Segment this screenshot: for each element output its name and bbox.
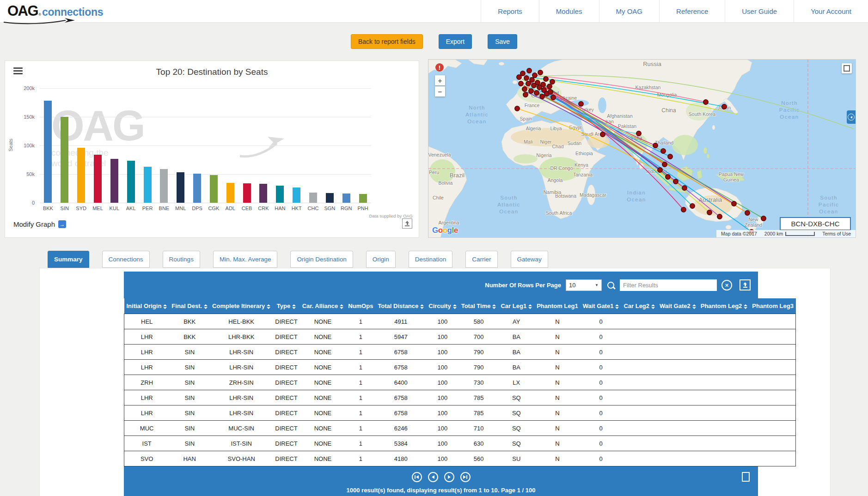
airport-marker[interactable] xyxy=(681,207,686,212)
airport-marker[interactable] xyxy=(707,210,712,215)
nav-item-modules[interactable]: Modules xyxy=(539,0,599,22)
table-row[interactable]: LHRSINLHR-SINDIRECTNONE16758100790BAN0 xyxy=(124,345,796,360)
map-zoom-out-button[interactable]: − xyxy=(435,86,445,97)
back-to-report-fields-button[interactable]: Back to report fields xyxy=(351,34,423,49)
map-error-icon[interactable]: ! xyxy=(435,63,444,72)
airport-marker[interactable] xyxy=(661,149,666,153)
map-fullscreen-button[interactable] xyxy=(842,63,852,73)
airport-marker[interactable] xyxy=(526,81,531,86)
airport-marker[interactable] xyxy=(529,89,533,93)
airport-marker[interactable] xyxy=(540,94,544,99)
oag-connections-logo[interactable]: OAG® connections xyxy=(0,4,103,18)
airport-marker[interactable] xyxy=(658,168,662,172)
column-header-final-dest[interactable]: Final Dest. xyxy=(169,298,210,314)
airport-marker[interactable] xyxy=(537,85,542,90)
previous-page-button[interactable] xyxy=(428,472,438,482)
airport-marker[interactable] xyxy=(527,68,532,73)
tab-summary[interactable]: Summary xyxy=(48,251,89,268)
column-header-wait-gate1[interactable]: Wait Gate1 xyxy=(581,298,622,314)
airport-marker[interactable] xyxy=(722,104,727,109)
column-header-circuity[interactable]: Circuity xyxy=(426,298,458,314)
tab-gateway[interactable]: Gateway xyxy=(511,251,548,268)
rows-per-page-select[interactable]: 10 ▼ xyxy=(566,279,602,291)
nav-item-my-oag[interactable]: My OAG xyxy=(599,0,660,22)
airport-marker[interactable] xyxy=(666,175,670,179)
map-zoom-in-button[interactable]: + xyxy=(435,75,445,85)
column-header-complete-itinerary[interactable]: Complete Itinerary xyxy=(210,298,273,314)
export-button[interactable]: Export xyxy=(439,34,472,49)
airport-marker[interactable] xyxy=(534,91,539,95)
table-export-icon[interactable] xyxy=(740,279,751,290)
next-page-button[interactable] xyxy=(444,472,454,482)
airport-marker[interactable] xyxy=(530,78,534,82)
airport-marker[interactable] xyxy=(550,79,555,84)
column-header-type[interactable]: Type xyxy=(273,298,300,314)
nav-item-reports[interactable]: Reports xyxy=(481,0,539,22)
airport-marker[interactable] xyxy=(532,83,536,88)
airport-marker[interactable] xyxy=(579,102,583,106)
table-row[interactable]: ZRHSINZRH-SINDIRECTNONE16400100730LXN0 xyxy=(124,375,796,390)
tab-carrier[interactable]: Carrier xyxy=(465,251,497,268)
column-header-car-leg1[interactable]: Car Leg1 xyxy=(498,298,534,314)
tab-routings[interactable]: Routings xyxy=(163,251,200,268)
airport-marker[interactable] xyxy=(520,71,525,76)
airport-marker[interactable] xyxy=(673,179,678,184)
clear-filter-icon[interactable]: × xyxy=(721,280,732,290)
airport-marker[interactable] xyxy=(690,204,695,208)
tab-min-max-average[interactable]: Min. Max. Average xyxy=(213,251,278,268)
airport-marker[interactable] xyxy=(522,87,527,91)
airport-marker[interactable] xyxy=(703,100,708,104)
table-row[interactable]: LHRSINLHR-SINDIRECTNONE16758100785SQN0 xyxy=(124,405,796,421)
column-header-total-time[interactable]: Total Time xyxy=(459,298,499,314)
nav-item-reference[interactable]: Reference xyxy=(659,0,725,22)
column-header-car-leg2[interactable]: Car Leg2 xyxy=(621,298,657,314)
airport-marker[interactable] xyxy=(717,214,722,219)
modify-graph-button[interactable]: Modify Graph → xyxy=(13,220,66,228)
airport-marker[interactable] xyxy=(544,77,548,81)
airport-marker[interactable] xyxy=(732,201,736,206)
column-header-wait-gate2[interactable]: Wait Gate2 xyxy=(657,298,698,314)
world-map[interactable]: NorthAtlanticOceanSouthAtlanticOceanIndi… xyxy=(428,60,856,238)
tab-connections[interactable]: Connections xyxy=(102,251,150,268)
airport-marker[interactable] xyxy=(745,211,750,215)
map-collapse-tab[interactable] xyxy=(847,110,856,124)
last-page-button[interactable] xyxy=(460,472,471,482)
airport-marker[interactable] xyxy=(517,75,521,79)
terms-of-use-link[interactable]: Terms of Use xyxy=(822,231,851,236)
tab-origin-destination[interactable]: Origin Destination xyxy=(290,251,353,268)
column-header-phantom-leg2[interactable]: Phantom Leg2 xyxy=(698,298,750,314)
airport-marker[interactable] xyxy=(547,84,552,89)
table-row[interactable]: HELBKKHEL-BKKDIRECTNONE14911100580AYN0 xyxy=(124,314,796,329)
tab-destination[interactable]: Destination xyxy=(409,251,453,268)
table-row[interactable]: LHRSINLHR-SINDIRECTNONE16758100790BAN0 xyxy=(124,360,796,375)
chart-export-icon[interactable] xyxy=(402,218,412,229)
airport-marker[interactable] xyxy=(515,106,520,111)
table-row[interactable]: LHRBKKLHR-BKKDIRECTNONE15947100700BAN0 xyxy=(124,329,796,345)
column-header-car-alliance[interactable]: Car. Alliance xyxy=(300,298,346,314)
airport-marker[interactable] xyxy=(653,143,658,148)
airport-marker[interactable] xyxy=(524,76,529,80)
save-button[interactable]: Save xyxy=(488,34,517,49)
airport-marker[interactable] xyxy=(682,186,687,190)
google-logo[interactable]: Google xyxy=(432,226,458,235)
table-row[interactable]: LHRSINLHR-SINDIRECTNONE16758100785SQN0 xyxy=(124,390,796,405)
column-header-total-distance[interactable]: Total Distance xyxy=(375,298,426,314)
airport-marker[interactable] xyxy=(523,92,528,97)
airport-marker[interactable] xyxy=(532,73,537,78)
airport-marker[interactable] xyxy=(668,154,672,159)
table-row[interactable]: ISTSINIST-SINDIRECTNONE15384100630SQN0 xyxy=(124,436,796,451)
nav-item-user-guide[interactable]: User Guide xyxy=(725,0,794,22)
page-document-icon[interactable] xyxy=(742,472,750,482)
airport-marker[interactable] xyxy=(519,81,523,86)
airport-marker[interactable] xyxy=(548,90,553,94)
airport-marker[interactable] xyxy=(761,216,766,221)
airport-marker[interactable] xyxy=(662,162,667,167)
airport-marker[interactable] xyxy=(551,95,556,100)
column-header-initial-origin[interactable]: Initial Origin xyxy=(124,298,170,314)
tab-origin[interactable]: Origin xyxy=(366,251,396,268)
table-row[interactable]: SVOHANSVO-HANDIRECTNONE14180100560SUN0 xyxy=(124,451,796,466)
airport-marker[interactable] xyxy=(636,131,641,136)
first-page-button[interactable] xyxy=(412,472,422,482)
table-row[interactable]: MUCSINMUC-SINDIRECTNONE16246100710SQN0 xyxy=(124,421,796,436)
airport-marker[interactable] xyxy=(538,70,543,75)
